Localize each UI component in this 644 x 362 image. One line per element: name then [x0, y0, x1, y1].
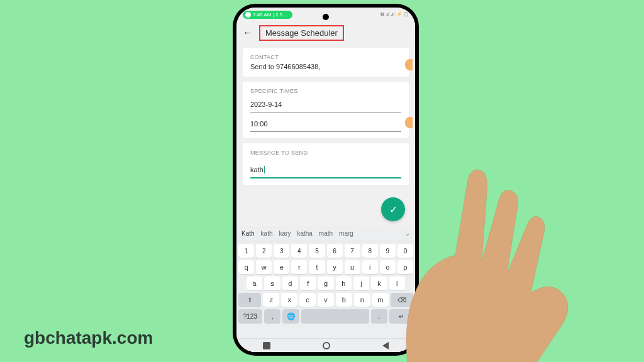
contact-value: Send to 97466085438, [250, 63, 401, 70]
key-globe[interactable]: 🌐 [282, 309, 299, 323]
nav-recent-icon[interactable] [263, 342, 270, 349]
decorative-blob-icon [405, 117, 413, 128]
key-p[interactable]: p [397, 260, 413, 274]
key-w[interactable]: w [256, 260, 272, 274]
key-comma[interactable]: , [264, 309, 281, 323]
phone-frame: 7:48 AM | 2.5… ⧉ .ıl .ıl ⚡ ▢ ← Message S… [233, 4, 419, 356]
key-e[interactable]: e [274, 260, 289, 274]
key-o[interactable]: o [380, 260, 396, 274]
suggestion-item[interactable]: math [319, 230, 333, 237]
key-v[interactable]: v [318, 293, 334, 307]
camera-notch [323, 14, 329, 20]
key-i[interactable]: i [362, 260, 378, 274]
suggestion-item[interactable]: katha [297, 230, 312, 237]
nav-back-icon[interactable] [382, 342, 389, 349]
text-cursor-icon [264, 166, 265, 173]
key-row-qwerty: q w e r t y u i o p [238, 260, 413, 274]
time-field[interactable]: 10:00 [250, 116, 401, 132]
soft-keyboard: Kath kath kary katha math marg ⌄ 1 2 3 4… [236, 226, 415, 352]
app-header: ← Message Scheduler [236, 21, 415, 44]
key-d[interactable]: d [282, 277, 298, 290]
key-3[interactable]: 3 [274, 244, 289, 258]
contact-label: CONTACT [250, 54, 401, 60]
key-t[interactable]: t [309, 260, 325, 274]
contact-card[interactable]: CONTACT Send to 97466085438, [243, 48, 409, 77]
key-k[interactable]: k [371, 277, 387, 290]
key-c[interactable]: c [299, 293, 316, 307]
status-icons: ⧉ .ıl .ıl ⚡ ▢ [380, 11, 409, 18]
key-period[interactable]: . [371, 309, 388, 323]
message-input-text: kath [250, 166, 264, 173]
key-8[interactable]: 8 [362, 244, 378, 258]
key-space[interactable] [301, 309, 369, 323]
key-m[interactable]: m [372, 293, 389, 307]
key-f[interactable]: f [300, 277, 316, 290]
key-u[interactable]: u [345, 260, 360, 274]
mic-indicator-icon [245, 12, 251, 18]
suggestion-item[interactable]: kath [261, 230, 273, 237]
watermark-text: gbchatapk.com [24, 328, 153, 348]
key-symbols[interactable]: ?123 [238, 309, 262, 323]
message-card: MESSAGE TO SEND kath [243, 143, 409, 185]
key-q[interactable]: q [238, 260, 254, 274]
status-time-text: 7:48 AM | 2.5… [253, 12, 287, 18]
suggestion-bar: Kath kath kary katha math marg ⌄ [236, 226, 415, 241]
key-n[interactable]: n [354, 293, 370, 307]
key-g[interactable]: g [318, 277, 333, 290]
check-icon: ✓ [389, 204, 397, 216]
key-row-zxcv: ⇧ z x c v b n m ⌫ [238, 293, 413, 307]
key-enter[interactable]: ↵ [389, 309, 413, 323]
key-a[interactable]: a [247, 277, 262, 290]
suggestion-item[interactable]: Kath [242, 230, 255, 237]
key-row-bottom: ?123 , 🌐 . ↵ [238, 309, 413, 323]
key-7[interactable]: 7 [345, 244, 360, 258]
phone-screen: 7:48 AM | 2.5… ⧉ .ıl .ıl ⚡ ▢ ← Message S… [236, 8, 415, 352]
key-r[interactable]: r [291, 260, 307, 274]
key-6[interactable]: 6 [327, 244, 343, 258]
key-5[interactable]: 5 [309, 244, 325, 258]
key-shift[interactable]: ⇧ [238, 293, 261, 307]
key-0[interactable]: 0 [397, 244, 413, 258]
back-arrow-icon[interactable]: ← [243, 27, 253, 38]
key-z[interactable]: z [263, 293, 279, 307]
key-b[interactable]: b [336, 293, 352, 307]
confirm-fab[interactable]: ✓ [381, 197, 405, 221]
key-row-asdf: a s d f g h j k l [238, 277, 413, 290]
key-h[interactable]: h [336, 277, 352, 290]
key-j[interactable]: j [353, 277, 369, 290]
form-content: CONTACT Send to 97466085438, SPECIFIC TI… [236, 44, 415, 194]
chevron-down-icon[interactable]: ⌄ [405, 230, 410, 237]
nav-home-icon[interactable] [323, 342, 330, 349]
key-l[interactable]: l [389, 277, 405, 290]
times-label: SPECIFIC TIMES [250, 88, 401, 94]
message-label: MESSAGE TO SEND [250, 150, 401, 156]
date-field[interactable]: 2023-9-14 [250, 97, 401, 112]
key-y[interactable]: y [327, 260, 343, 274]
key-x[interactable]: x [281, 293, 297, 307]
key-9[interactable]: 9 [380, 244, 396, 258]
page-title: Message Scheduler [259, 25, 344, 41]
key-backspace[interactable]: ⌫ [391, 293, 413, 307]
message-input[interactable]: kath [250, 162, 401, 178]
key-4[interactable]: 4 [291, 244, 307, 258]
android-navbar [236, 338, 415, 352]
key-2[interactable]: 2 [256, 244, 272, 258]
key-s[interactable]: s [264, 277, 280, 290]
times-card: SPECIFIC TIMES 2023-9-14 10:00 [243, 82, 409, 138]
key-1[interactable]: 1 [238, 244, 254, 258]
fab-row: ✓ [236, 194, 415, 226]
decorative-blob-icon [405, 59, 413, 70]
key-rows: 1 2 3 4 5 6 7 8 9 0 q w e r t y [236, 241, 415, 338]
suggestion-item[interactable]: marg [339, 230, 353, 237]
suggestion-item[interactable]: kary [279, 230, 291, 237]
status-time-pill: 7:48 AM | 2.5… [243, 11, 292, 19]
key-row-numbers: 1 2 3 4 5 6 7 8 9 0 [238, 244, 413, 258]
